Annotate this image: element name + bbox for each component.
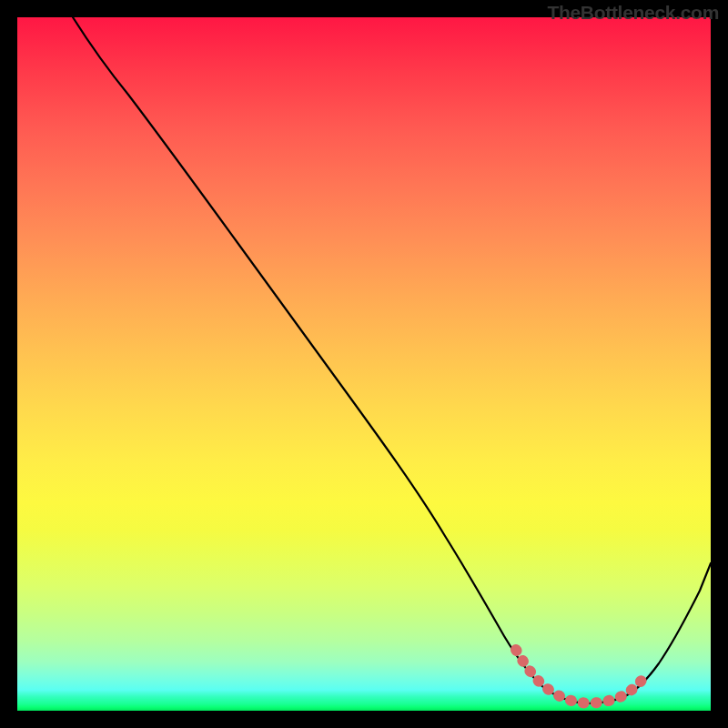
bottleneck-highlight — [516, 650, 645, 703]
chart-plot-area — [17, 17, 711, 711]
watermark-text: TheBottleneck.com — [547, 2, 719, 24]
chart-svg — [17, 17, 711, 711]
main-curve — [73, 17, 711, 703]
